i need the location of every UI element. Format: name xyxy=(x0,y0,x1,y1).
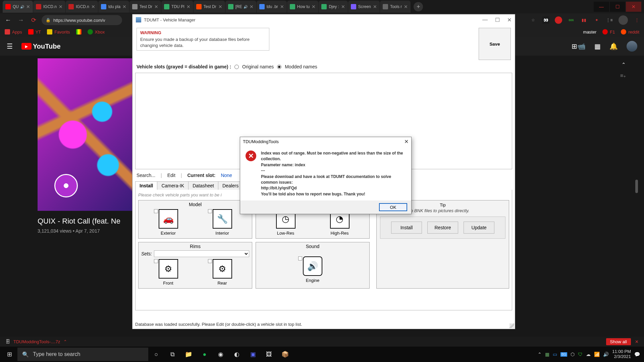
tab-camera[interactable]: Camera-IK xyxy=(157,181,189,190)
tray-lang-icon[interactable]: BG xyxy=(560,352,567,357)
download-filename[interactable]: TDUModdingTools-....7z xyxy=(13,339,60,344)
ext-icon-1[interactable]: 👀 xyxy=(542,16,549,24)
steam-icon[interactable]: ◉ xyxy=(213,348,229,361)
tray-icon-1[interactable]: ▦ xyxy=(545,352,549,357)
tray-chevron-icon[interactable]: ⌃ xyxy=(538,352,542,357)
show-all-button[interactable]: Show all xyxy=(606,338,631,345)
playlist-add-icon[interactable]: ≡₊ xyxy=(620,73,626,78)
tray-icon-3[interactable]: ⬡ xyxy=(571,352,575,357)
ext-icon-3[interactable]: 666 xyxy=(568,16,575,24)
checkbox-interior[interactable] xyxy=(208,209,212,213)
rear-rim-icon[interactable]: ⚙ xyxy=(213,259,232,279)
checkbox-engine[interactable] xyxy=(298,256,302,260)
bookmark-apps[interactable]: Apps xyxy=(5,29,22,35)
maximize-button[interactable]: ☐ xyxy=(495,17,500,23)
browser-tab[interactable]: Test Dr✕ xyxy=(194,1,225,13)
app-icon-2[interactable]: 📦 xyxy=(277,348,293,361)
close-icon[interactable]: ✕ xyxy=(635,339,639,344)
ext-icon-4[interactable]: ▮▮ xyxy=(580,16,588,24)
interior-icon[interactable]: 🔧 xyxy=(213,209,232,229)
start-button[interactable]: ⊞ xyxy=(1,348,17,361)
bookmark-master[interactable]: master xyxy=(583,29,597,35)
taskview-button[interactable]: ⧉ xyxy=(164,348,180,361)
error-titlebar[interactable]: TDUModdingTools ✕ xyxy=(240,137,411,146)
rim-sets-dropdown[interactable] xyxy=(154,250,249,257)
tab-close-icon[interactable]: ✕ xyxy=(312,4,316,9)
bookmark-play[interactable] xyxy=(76,29,82,35)
explorer-icon[interactable]: 📁 xyxy=(180,348,197,361)
tray-wifi-icon[interactable]: 📶 xyxy=(594,352,600,357)
taskbar-search[interactable]: 🔍 Type here to search xyxy=(17,348,148,361)
discord-icon[interactable]: ▣ xyxy=(245,348,261,361)
browser-tab[interactable]: Test Dr✕ xyxy=(129,1,161,13)
install-button[interactable]: Install xyxy=(391,222,422,234)
back-button[interactable]: ← xyxy=(3,15,13,25)
browser-tab[interactable]: Djey :✕ xyxy=(319,1,348,13)
star-icon[interactable]: ☆ xyxy=(529,16,537,24)
chrome-icon[interactable]: ◐ xyxy=(229,348,245,361)
tab-close-icon[interactable]: ✕ xyxy=(26,4,30,9)
radio-original[interactable] xyxy=(234,65,239,69)
browser-tab[interactable]: How tu✕ xyxy=(287,1,318,13)
tab-datasheet[interactable]: Datasheet xyxy=(188,181,218,190)
edit-link[interactable]: Edit xyxy=(167,173,175,178)
create-icon[interactable]: ⊞📹 xyxy=(572,42,586,50)
engine-icon[interactable]: 🔊 xyxy=(303,256,322,276)
minimize-button[interactable]: — xyxy=(594,2,609,12)
front-rim-icon[interactable]: ⚙ xyxy=(159,259,178,279)
close-icon[interactable]: ✕ xyxy=(404,138,409,145)
tab-close-icon[interactable]: ✕ xyxy=(280,4,284,9)
extensions-icon[interactable]: ✦ xyxy=(593,16,600,24)
notifications-icon[interactable]: 🔔 xyxy=(609,42,618,50)
maximize-button[interactable]: ☐ xyxy=(610,2,625,12)
checkbox-rear[interactable] xyxy=(208,259,212,263)
spotify-icon[interactable]: ● xyxy=(197,348,213,361)
browser-tab[interactable]: IGCD.n✕ xyxy=(66,1,98,13)
profile-avatar[interactable] xyxy=(619,15,628,25)
chevron-up-icon[interactable]: ⌃ xyxy=(63,339,67,344)
menu-icon[interactable]: ⋮≡ xyxy=(606,16,613,24)
browser-tab[interactable]: Screen✕ xyxy=(348,1,380,13)
chrome-menu-icon[interactable]: ⋮ xyxy=(633,16,641,24)
tab-close-icon[interactable]: ✕ xyxy=(250,4,254,9)
ext-icon-2[interactable] xyxy=(555,16,562,24)
bookmark-reddit[interactable]: reddit xyxy=(621,29,639,35)
tray-icon-2[interactable]: ▭ xyxy=(553,352,557,357)
tab-install[interactable]: Install xyxy=(135,181,157,190)
browser-tab[interactable]: IGCD.n✕ xyxy=(33,1,65,13)
tab-close-icon[interactable]: ✕ xyxy=(373,4,377,9)
restore-button[interactable]: Restore xyxy=(427,222,458,234)
close-button[interactable]: ✕ xyxy=(507,17,512,23)
minimize-button[interactable]: — xyxy=(482,17,488,23)
browser-tab[interactable]: tdu pla✕ xyxy=(98,1,129,13)
apps-icon[interactable]: ▦ xyxy=(594,42,601,50)
notifications-icon[interactable]: 💬 xyxy=(634,352,640,357)
bookmark-xbox[interactable]: Xbox xyxy=(88,29,105,35)
update-button[interactable]: Update xyxy=(464,222,494,234)
reload-button[interactable]: ⟳ xyxy=(29,15,38,25)
user-avatar[interactable] xyxy=(627,41,637,52)
tab-close-icon[interactable]: ✕ xyxy=(91,4,95,9)
checkbox-front[interactable] xyxy=(154,259,158,263)
tdumt-titlebar[interactable]: TDUMT - Vehicle Manager — ☐ ✕ xyxy=(132,14,515,25)
tab-close-icon[interactable]: ✕ xyxy=(154,4,158,9)
tab-close-icon[interactable]: ✕ xyxy=(218,4,222,9)
youtube-logo[interactable]: ▶ YouTube xyxy=(21,43,61,50)
tab-close-icon[interactable]: ✕ xyxy=(341,4,345,9)
scrollbar-thumb[interactable] xyxy=(635,180,638,193)
taskbar-clock[interactable]: 11:00 PM 2/3/2021 xyxy=(612,349,631,359)
radio-modded[interactable] xyxy=(277,65,281,69)
tab-close-icon[interactable]: ✕ xyxy=(59,4,63,9)
tray-shield-icon[interactable]: 🛡 xyxy=(578,352,583,357)
url-bar[interactable]: 🔒 https://www.youtube.com/v xyxy=(42,15,122,25)
tab-close-icon[interactable]: ✕ xyxy=(186,4,191,9)
bookmark-f1[interactable]: F1 xyxy=(602,29,615,35)
tray-cloud-icon[interactable]: ☁ xyxy=(586,352,591,357)
ok-button[interactable]: OK xyxy=(379,203,407,211)
resize-grip[interactable] xyxy=(509,323,514,328)
tab-dealers[interactable]: Dealers xyxy=(218,181,243,190)
browser-tab[interactable]: [RE🔊✕ xyxy=(225,1,256,13)
new-tab-button[interactable]: + xyxy=(414,2,423,11)
cortana-button[interactable]: ○ xyxy=(148,348,164,361)
save-button[interactable]: Save xyxy=(479,28,511,60)
